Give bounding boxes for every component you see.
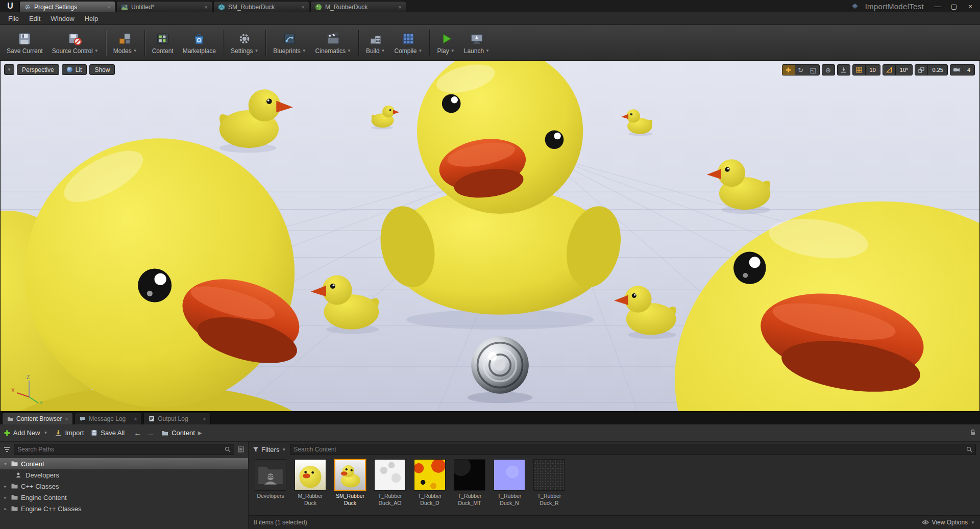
close-icon[interactable]: × [108,4,111,10]
import-button[interactable]: Import [55,429,84,437]
show-button[interactable]: Show [89,64,115,75]
chevron-down-icon[interactable]: ▼ [485,48,489,53]
rotate-tool-button[interactable]: ↻ [795,65,807,75]
content-button[interactable]: Content [148,30,178,56]
close-icon[interactable]: × [399,4,402,10]
minimize-button[interactable]: — [930,1,945,11]
translate-tool-button[interactable]: ✚ [782,65,795,75]
asset-tile-t-rubberduck-r[interactable]: T_Rubber Duck_R [531,459,567,507]
filters-button[interactable]: Filters ▼ [253,446,286,454]
close-icon[interactable]: × [205,4,208,10]
add-new-button[interactable]: ✚ Add New ▼ [4,429,47,437]
close-button[interactable]: × [963,1,978,11]
close-icon[interactable]: × [134,416,137,422]
level-viewport[interactable]: ▼ Perspective Lit Show ✚ ↻ ◱ ⊕ 10 [0,61,980,412]
grid-snap-button[interactable] [853,65,865,75]
close-icon[interactable]: × [302,4,305,10]
tree-item-content[interactable]: ▾ Content [0,458,248,469]
back-arrow-button[interactable]: ← [134,429,141,437]
button-label: Content [152,47,174,55]
chevron-down-icon[interactable]: ▼ [451,48,455,53]
tab-project-settings[interactable]: Project Settings × [19,1,115,12]
surface-snap-button[interactable] [838,65,850,75]
expander-icon[interactable]: ▸ [3,495,8,500]
tree-item-developers[interactable]: Developers [0,469,248,481]
chevron-down-icon[interactable]: ▼ [254,48,258,53]
rotation-snap-button[interactable] [883,65,895,75]
close-icon[interactable]: × [65,416,68,422]
chevron-down-icon[interactable]: ▼ [302,48,306,53]
asset-tile-m-rubberduck[interactable]: M_Rubber Duck [292,459,328,507]
launch-button[interactable]: Launch▼ [459,30,494,56]
tree-item-engine-cpp-classes[interactable]: ▸ Engine C++ Classes [0,503,248,514]
viewport-3d-scene[interactable] [1,61,979,411]
chevron-down-icon[interactable]: ▼ [347,48,351,53]
tab-message-log[interactable]: Message Log × [75,413,142,424]
save-all-button[interactable]: Save All [91,429,125,437]
expander-icon[interactable]: ▾ [3,462,8,466]
close-icon[interactable]: × [203,416,206,422]
cinematics-button[interactable]: Cinematics▼ [311,30,356,56]
view-options-button[interactable]: View Options ▼ [922,519,975,526]
asset-tile-t-rubberduck-d[interactable]: T_Rubber Duck_D [412,459,448,507]
search-content-box[interactable] [290,444,976,455]
settings-button[interactable]: Settings▼ [226,30,263,56]
asset-tile-t-rubberduck-ao[interactable]: T_Rubber Duck_AO [372,459,408,507]
filter-lines-icon[interactable] [3,445,11,454]
play-button[interactable]: Play▼ [432,30,459,56]
asset-tile-t-rubberduck-mt[interactable]: T_Rubber Duck_MT [452,459,487,507]
scale-snap-button[interactable] [915,65,927,75]
search-paths-input[interactable] [17,446,223,453]
camera-speed-button[interactable] [950,65,963,75]
lit-mode-button[interactable]: Lit [62,64,87,75]
asset-tile-t-rubberduck-n[interactable]: T_Rubber Duck_N [492,459,527,507]
chevron-right-icon[interactable]: ▶ [198,430,202,436]
asset-tile-developers[interactable]: Developers [253,459,288,500]
compile-button[interactable]: Compile▼ [390,30,427,56]
scale-snap-value[interactable]: 0.25 [927,65,947,75]
search-content-input[interactable] [293,446,964,453]
menu-window[interactable]: Window [45,13,79,24]
grid-snap-value[interactable]: 10 [865,65,880,75]
forward-arrow-button[interactable]: → [146,429,154,437]
tab-output-log[interactable]: Output Log × [143,413,211,424]
material-icon [315,4,322,11]
tab-sm-rubberduck[interactable]: SM_RubberDuck × [213,1,309,12]
tab-content-browser[interactable]: Content Browser × [2,413,73,424]
expander-icon[interactable]: ▸ [3,507,8,511]
sources-toggle-icon[interactable] [237,445,245,454]
camera-speed-value[interactable]: 4 [963,65,974,75]
chevron-down-icon[interactable]: ▼ [94,48,99,53]
button-label: Build [366,47,380,55]
chevron-down-icon[interactable]: ▼ [381,48,385,53]
chevron-down-icon[interactable]: ▼ [419,48,423,53]
perspective-button[interactable]: Perspective [17,64,59,75]
tab-level-untitled[interactable]: Untitled* × [116,1,212,12]
tree-item-engine-content[interactable]: ▸ Engine Content [0,492,248,503]
search-paths-box[interactable] [14,444,234,455]
world-coordinate-button[interactable]: ⊕ [822,65,835,75]
layout-icon[interactable] [851,2,859,10]
blueprints-button[interactable]: Blueprints▼ [268,30,310,56]
menu-edit[interactable]: Edit [24,13,45,24]
tree-item-cpp-classes[interactable]: ▸ C++ Classes [0,481,248,492]
save-current-button[interactable]: Save Current [2,30,47,56]
restore-button[interactable]: ▢ [946,1,962,11]
menu-help[interactable]: Help [80,13,104,24]
tab-m-rubberduck[interactable]: M_RubberDuck × [310,1,406,12]
settings-gear-icon [237,31,252,46]
modes-button[interactable]: Modes▼ [109,30,142,56]
rotation-snap-value[interactable]: 10° [895,65,913,75]
asset-tile-sm-rubberduck[interactable]: SM_Rubber Duck [332,459,368,507]
menu-file[interactable]: File [3,13,24,24]
source-control-button[interactable]: Source Control▼ [47,30,103,56]
scale-tool-button[interactable]: ◱ [807,65,819,75]
chevron-down-icon[interactable]: ▼ [133,48,137,53]
lock-button[interactable] [970,429,976,438]
build-button[interactable]: Build▼ [361,30,390,56]
path-breadcrumb[interactable]: Content ▶ [161,429,202,437]
expander-icon[interactable]: ▸ [3,484,8,489]
asset-name: T_Rubber Duck_N [498,493,522,507]
viewport-options-button[interactable]: ▼ [4,64,14,75]
marketplace-button[interactable]: Marketplace [178,30,220,56]
